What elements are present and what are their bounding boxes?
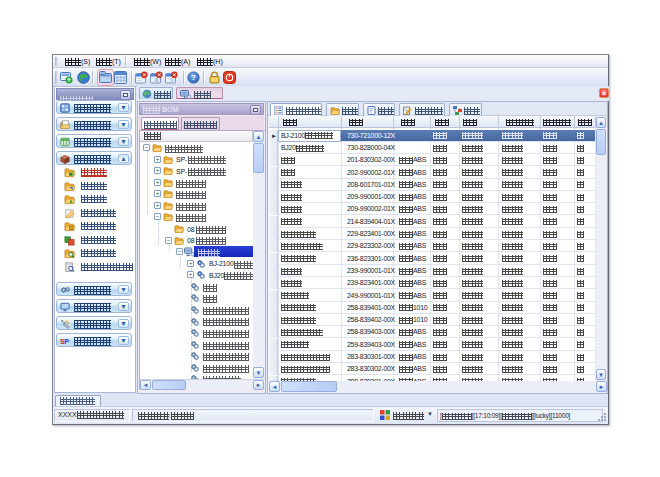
svg-text:P: P	[64, 338, 69, 346]
svg-text:?: ?	[191, 73, 196, 82]
